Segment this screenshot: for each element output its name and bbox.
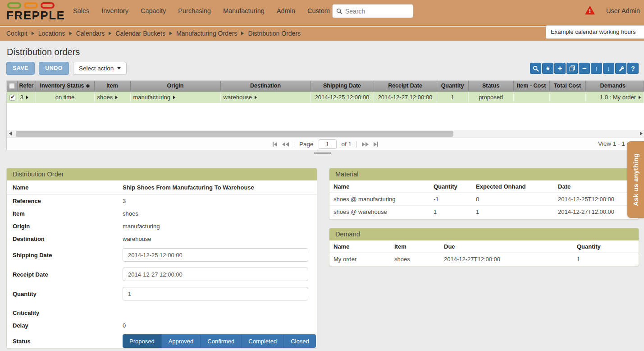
col-item[interactable]: Item bbox=[94, 81, 130, 91]
warning-icon[interactable] bbox=[585, 6, 595, 15]
col-origin[interactable]: Origin bbox=[130, 81, 220, 91]
cell-demands[interactable]: 1.0 : My order bbox=[585, 91, 644, 103]
select-action-dropdown[interactable]: Select action bbox=[73, 62, 127, 75]
status-completed-button[interactable]: Completed bbox=[242, 334, 284, 348]
frepple-app: FREPPLE Sales Inventory Capacity Purchas… bbox=[0, 0, 644, 351]
col-shipping-date[interactable]: Shipping Date bbox=[311, 81, 374, 91]
menu-inventory[interactable]: Inventory bbox=[101, 7, 128, 14]
select-all-header[interactable] bbox=[7, 81, 17, 91]
resize-grip[interactable] bbox=[314, 152, 331, 156]
drilldown-icon[interactable] bbox=[255, 96, 257, 99]
drilldown-icon[interactable] bbox=[115, 96, 118, 99]
cell-total-cost[interactable] bbox=[549, 91, 585, 103]
status-closed-button[interactable]: Closed bbox=[284, 334, 315, 348]
delete-row-button[interactable] bbox=[579, 63, 590, 74]
col-total-cost[interactable]: Total Cost bbox=[549, 81, 585, 91]
cell-item[interactable]: shoes bbox=[94, 91, 130, 103]
undo-button[interactable]: UNDO bbox=[39, 62, 69, 75]
menu-manufacturing[interactable]: Manufacturing bbox=[223, 7, 265, 14]
scroll-left-icon[interactable] bbox=[9, 132, 12, 135]
cell-status[interactable]: proposed bbox=[468, 91, 513, 103]
col-inventory-status[interactable]: Inventory Status bbox=[36, 81, 94, 91]
select-all-checkbox[interactable] bbox=[9, 83, 15, 89]
menu-admin[interactable]: Admin bbox=[277, 7, 295, 14]
cell-inventory-status[interactable]: on time bbox=[36, 91, 94, 103]
page-number-input[interactable] bbox=[319, 139, 337, 149]
breadcrumb-distribution-orders[interactable]: Distribution Orders bbox=[248, 30, 301, 37]
row-checkbox[interactable] bbox=[9, 95, 15, 101]
search-input[interactable] bbox=[345, 8, 408, 15]
chevron-down-icon bbox=[117, 67, 121, 69]
move-up-button[interactable] bbox=[591, 63, 602, 74]
next-page-button[interactable] bbox=[362, 142, 369, 147]
breadcrumb-calendars[interactable]: Calendars bbox=[76, 30, 105, 37]
col-reference[interactable]: Refer bbox=[17, 81, 36, 91]
save-button[interactable]: SAVE bbox=[6, 62, 35, 75]
col-item-cost[interactable]: Item - Cost bbox=[513, 81, 549, 91]
breadcrumb-manufacturing-orders[interactable]: Manufacturing Orders bbox=[176, 30, 237, 37]
logo-text: FREPPLE bbox=[6, 9, 65, 22]
cell-quantity[interactable]: 1 bbox=[437, 91, 468, 103]
cell-receipt-date[interactable]: 2014-12-27 12:00:00 bbox=[374, 91, 437, 103]
help-button[interactable] bbox=[627, 63, 639, 74]
pager-divider bbox=[356, 141, 357, 148]
col-demands[interactable]: Demands bbox=[585, 81, 644, 91]
status-proposed-button[interactable]: Proposed bbox=[123, 334, 162, 348]
breadcrumb-calendar-buckets[interactable]: Calendar Buckets bbox=[115, 30, 165, 37]
col-receipt-date[interactable]: Receipt Date bbox=[374, 81, 437, 91]
horizontal-scrollbar[interactable] bbox=[7, 130, 644, 138]
drilldown-icon[interactable] bbox=[26, 96, 28, 99]
ask-us-anything-tab[interactable]: Ask us anything bbox=[627, 141, 644, 218]
distribution-order-panel: Distribution Order Name Ship Shoes From … bbox=[6, 168, 317, 348]
name-value: Ship Shoes From Manufacturing To Warehou… bbox=[123, 184, 254, 191]
scrollbar-thumb[interactable] bbox=[16, 131, 453, 137]
cell-reference[interactable]: 3 bbox=[17, 91, 36, 103]
status-confirmed-button[interactable]: Confirmed bbox=[201, 334, 242, 348]
page-label: Page bbox=[299, 141, 314, 148]
demand-panel: Demand Name Item Due Quantity My order s… bbox=[329, 228, 639, 266]
global-search[interactable] bbox=[332, 4, 413, 18]
quantity-input[interactable] bbox=[123, 287, 308, 300]
pager-divider bbox=[294, 141, 294, 148]
col-destination[interactable]: Destination bbox=[220, 81, 311, 91]
cell-shipping-date[interactable]: 2014-12-25 12:00:00 bbox=[311, 91, 374, 103]
col-quantity[interactable]: Quantity bbox=[437, 81, 468, 91]
shipping-date-input[interactable] bbox=[123, 248, 308, 262]
first-page-button[interactable] bbox=[273, 142, 277, 147]
cell-destination[interactable]: warehouse bbox=[220, 91, 311, 103]
breadcrumb-separator-icon bbox=[169, 32, 172, 35]
cell-select[interactable] bbox=[7, 91, 17, 103]
field-delay: Delay 0 bbox=[7, 319, 317, 332]
quick-access-link[interactable]: Example calendar working hours bbox=[546, 25, 644, 39]
menu-purchasing[interactable]: Purchasing bbox=[178, 7, 211, 14]
scroll-right-icon[interactable] bbox=[640, 132, 643, 135]
status-button-group: Proposed Approved Confirmed Completed Cl… bbox=[123, 334, 316, 348]
prev-page-button[interactable] bbox=[282, 142, 289, 147]
breadcrumb-locations[interactable]: Locations bbox=[38, 30, 65, 37]
menu-custom[interactable]: Custom bbox=[307, 7, 330, 14]
menu-sales[interactable]: Sales bbox=[73, 7, 89, 14]
breadcrumb-cockpit[interactable]: Cockpit bbox=[6, 30, 27, 37]
drilldown-icon[interactable] bbox=[173, 96, 175, 99]
field-receipt-date: Receipt Date bbox=[7, 268, 317, 281]
last-page-button[interactable] bbox=[374, 142, 378, 147]
menu-capacity[interactable]: Capacity bbox=[141, 7, 166, 14]
customize-button[interactable] bbox=[615, 63, 626, 74]
receipt-date-input[interactable] bbox=[123, 268, 308, 281]
search-tool-button[interactable] bbox=[530, 63, 541, 74]
logo-pill-orange-icon bbox=[24, 2, 38, 9]
move-down-button[interactable] bbox=[603, 63, 614, 74]
drilldown-icon[interactable] bbox=[639, 96, 641, 99]
grid-header-row: Refer Inventory Status Item Origin Desti… bbox=[7, 81, 644, 91]
col-status[interactable]: Status bbox=[468, 81, 513, 91]
pager-bar: Page of 1 View 1 - 1 of 1 bbox=[7, 138, 644, 150]
cell-item-cost[interactable] bbox=[513, 91, 549, 103]
add-row-button[interactable] bbox=[554, 63, 566, 74]
cell-origin[interactable]: manufacturing bbox=[130, 91, 220, 103]
favorite-button[interactable] bbox=[542, 63, 553, 74]
status-approved-button[interactable]: Approved bbox=[162, 334, 201, 348]
frepple-logo[interactable]: FREPPLE bbox=[6, 2, 65, 22]
distribution-orders-grid: Refer Inventory Status Item Origin Desti… bbox=[6, 80, 644, 150]
copy-row-button[interactable] bbox=[566, 63, 578, 74]
user-menu[interactable]: User Admin bbox=[606, 7, 640, 14]
